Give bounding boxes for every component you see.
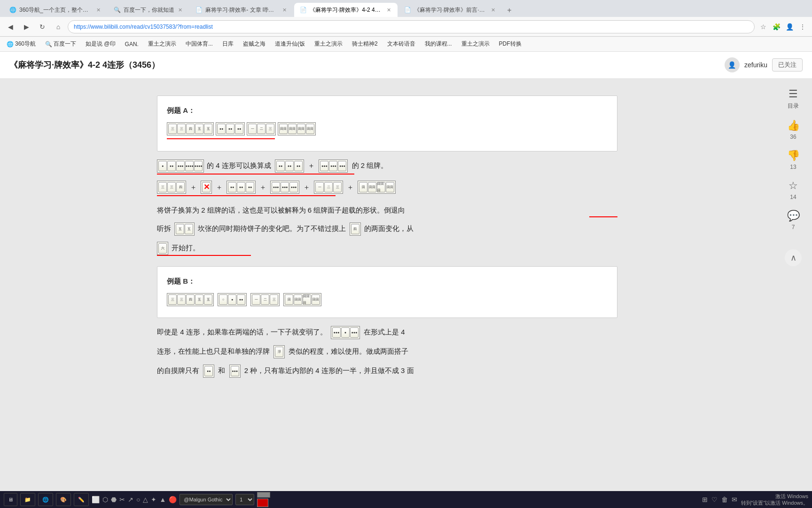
side-panel: ☰ 目录 👍 36 👎 13 ☆ 14 — [774, 79, 812, 502]
bookmark-zhongtu3[interactable]: 重土之演示 — [459, 39, 492, 49]
example-a-tiles: 三 三 四 五 五 ●● ●● ●● — [167, 122, 608, 140]
tab-4-close[interactable]: ✕ — [386, 6, 392, 14]
bookmark-sports[interactable]: 中国体育... — [183, 39, 216, 49]
color-picker-area — [257, 492, 270, 502]
bookmark-baidu[interactable]: 🔍百度一下 — [42, 39, 79, 49]
comment-button[interactable]: 💬 7 — [787, 210, 800, 230]
para-2: 将饼子换算为 2 组牌的话，这也是可以被解释为 6 组牌面子超载的形状。倒退向 — [157, 204, 617, 216]
star-side-icon: ☆ — [789, 180, 798, 192]
taskbar-tool-7[interactable]: △ — [143, 496, 148, 502]
taskbar-tool-8[interactable]: ✦ — [151, 496, 156, 502]
tile-inline-3: ●●● ●●● ●●● — [319, 159, 348, 173]
tab-5-close[interactable]: ✕ — [490, 6, 496, 14]
taskbar-tool-2[interactable]: ⬡ — [102, 496, 108, 502]
tab-2-label: 百度一下，你就知道 — [124, 6, 174, 14]
tile-inline-kang: 五 五 — [174, 222, 195, 236]
article-content: 例题 A： 三 三 四 五 五 ●● — [157, 95, 617, 378]
taskbar-tool-10[interactable]: 🔴 — [169, 496, 177, 502]
bookmark-knight[interactable]: 骑士精神2 — [349, 39, 381, 49]
taskbar-right-icon-3[interactable]: 🗑 — [721, 496, 728, 502]
back-button[interactable]: ◀ — [4, 20, 17, 33]
taskbar-right-icon-2[interactable]: ♡ — [711, 496, 718, 502]
para-6-end: 类似的程度，难以使用。做成两面搭子 — [289, 347, 408, 355]
para-1: ● ●● ●●● ●●●● ●●●● 的 4 连形可以换算成 ●● ●● ●● — [157, 159, 617, 173]
follow-button[interactable]: 已关注 — [772, 58, 803, 71]
taskbar-app-2[interactable]: 📁 — [20, 493, 35, 502]
tile-inline-1: ● ●● ●●● ●●●● ●●●● — [157, 159, 204, 173]
comment-icon: 💬 — [787, 210, 800, 222]
star-side-button[interactable]: ☆ 14 — [789, 180, 798, 200]
taskbar-app-5[interactable]: ✏️ — [74, 493, 89, 502]
scroll-up-button[interactable]: ∧ — [785, 249, 802, 266]
size-selector[interactable]: 1 — [235, 494, 254, 502]
page-title: 《麻将学习·牌效率》4-2 4连形（3456） — [9, 59, 160, 71]
bookmark-zhongtu2[interactable]: 重土之演示 — [312, 39, 345, 49]
browser-window: 🌐 360导航_一个主页，整个世界 ✕ 🔍 百度一下，你就知道 ✕ 📄 麻将学习… — [0, 0, 812, 502]
bookmarks-bar: 🌐360导航 🔍百度一下 如是说 @印 GAN. 重土之演示 中国体育... 日… — [0, 37, 812, 52]
taskbar-app-4[interactable]: 🎨 — [56, 493, 71, 502]
tab-2[interactable]: 🔍 百度一下，你就知道 ✕ — [108, 3, 189, 17]
para-3-end: 的两面变化，从 — [364, 224, 414, 232]
tile-group-b2: ○ ● ●● — [218, 293, 247, 306]
font-selector[interactable]: @Malgun Gothic — [180, 494, 233, 502]
bookmark-pdf[interactable]: PDF转换 — [496, 39, 524, 49]
bookmark-gan[interactable]: GAN. — [122, 40, 141, 48]
taskbar-app-1[interactable]: 🖥 — [4, 493, 17, 502]
address-right-icons: ☆ 🧩 👤 ⋮ — [757, 21, 808, 32]
taskbar-tool-9[interactable]: ▲ — [159, 496, 166, 502]
para-5-text: 即使是 4 连形，如果靠在两端的话，一下子就变弱了。 — [157, 328, 327, 336]
taskbar-right-icon-1[interactable]: ⊞ — [702, 496, 708, 502]
tab-2-close[interactable]: ✕ — [177, 6, 183, 14]
account-icon[interactable]: 👤 — [784, 21, 795, 32]
taskbar-app-3[interactable]: 🌐 — [38, 493, 53, 502]
forward-button[interactable]: ▶ — [20, 20, 33, 33]
bookmark-ruoshi[interactable]: 如是说 @印 — [83, 39, 118, 49]
tab-4[interactable]: 📄 《麻将学习·牌效率》4-2 4连形 ✕ — [294, 3, 398, 17]
tab-5[interactable]: 📄 《麻将学习·牌效率》前言·目录 ✕ — [398, 3, 502, 17]
toc-button[interactable]: ☰ 目录 — [788, 88, 799, 110]
bookmark-360[interactable]: 🌐360导航 — [4, 39, 39, 49]
taskbar-tool-3[interactable]: ⬣ — [111, 496, 117, 502]
bookmark-riku[interactable]: 日库 — [219, 39, 236, 49]
taskbar-tool-4[interactable]: ✂ — [119, 496, 125, 502]
refresh-button[interactable]: ↻ — [36, 20, 49, 33]
user-avatar[interactable]: 👤 — [725, 57, 740, 72]
tile-group-a4: 田田 田田 田田 田田 — [278, 122, 316, 135]
taskbar-tool-1[interactable]: ⬜ — [92, 496, 100, 502]
new-tab-button[interactable]: + — [503, 4, 516, 17]
tile-group-b4: 田 田田 田田田 田田 — [283, 293, 321, 306]
menu-icon[interactable]: ⋮ — [797, 21, 808, 32]
home-button[interactable]: ⌂ — [52, 20, 65, 33]
extension-icon[interactable]: 🧩 — [771, 21, 782, 32]
comment-count: 7 — [792, 224, 795, 230]
taskbar-tool-5[interactable]: ↗ — [128, 496, 133, 502]
url-bar[interactable]: https://www.bilibili.com/read/cv15037583… — [68, 20, 755, 33]
star-icon[interactable]: ☆ — [757, 21, 769, 32]
para-1-text: 的 4 连形可以换算成 — [207, 161, 271, 169]
like-button[interactable]: 👍 36 — [787, 119, 800, 140]
toc-label: 目录 — [788, 102, 799, 110]
taskbar-right-icon-4[interactable]: ✉ — [732, 496, 737, 502]
tab-3[interactable]: 📄 麻将学习·牌效率- 文章 哔哩哔... ✕ — [190, 3, 293, 17]
like-icon: 👍 — [787, 119, 800, 132]
bookmark-text[interactable]: 文本砖语音 — [384, 39, 418, 49]
example-a-label: 例题 A： — [167, 103, 608, 118]
red-markup-2 — [157, 195, 336, 196]
tab-1-close[interactable]: ✕ — [95, 6, 102, 14]
tab-1-favicon: 🌐 — [9, 7, 16, 13]
content-area: 例题 A： 三 三 四 五 五 ●● — [129, 79, 646, 502]
color-top[interactable] — [257, 492, 270, 498]
tab-1[interactable]: 🌐 360导航_一个主页，整个世界 ✕ — [4, 3, 107, 17]
bookmark-zhongtu[interactable]: 重土之演示 — [145, 39, 179, 49]
red-underline-a — [167, 138, 608, 140]
color-indicator[interactable] — [257, 499, 268, 502]
tab-bar: 🌐 360导航_一个主页，整个世界 ✕ 🔍 百度一下，你就知道 ✕ 📄 麻将学习… — [0, 0, 812, 17]
tab-1-label: 360导航_一个主页，整个世界 — [19, 6, 93, 14]
tab-3-close[interactable]: ✕ — [281, 6, 288, 14]
dislike-button[interactable]: 👎 13 — [787, 150, 800, 170]
bookmark-daofeng[interactable]: 道逢升仙(饭 — [272, 39, 308, 49]
windows-activate-notice[interactable]: 激活 Windows 转到"设置"以激活 Windows。 — [741, 493, 809, 502]
bookmark-course[interactable]: 我的课程... — [422, 39, 455, 49]
bookmark-pirate[interactable]: 盗贼之海 — [240, 39, 268, 49]
taskbar-tool-6[interactable]: ○ — [136, 496, 140, 502]
